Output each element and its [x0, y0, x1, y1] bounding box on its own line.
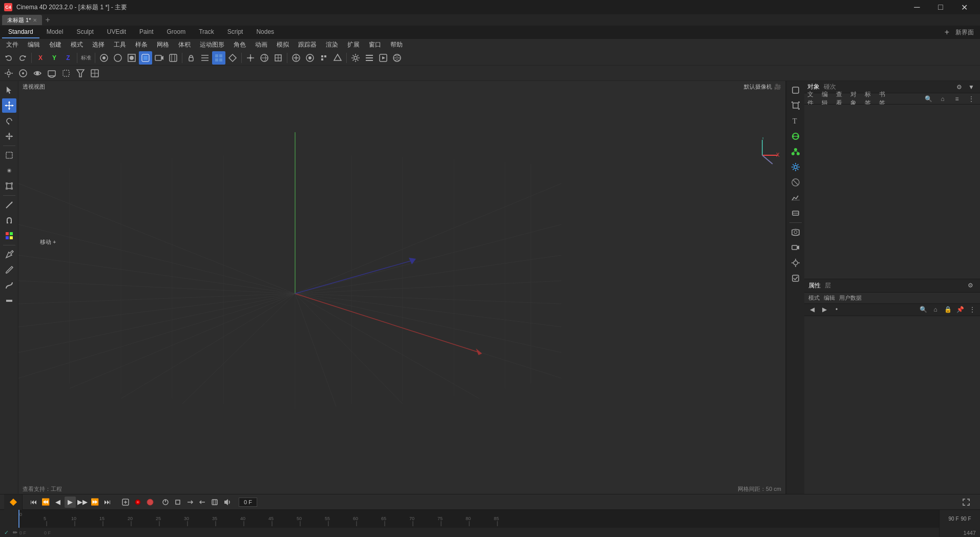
vp-display-btn[interactable]: [45, 67, 58, 80]
select-tool-btn[interactable]: [2, 83, 16, 97]
attr-nav-dot1[interactable]: •: [831, 304, 842, 315]
attr-sub-edit[interactable]: 编辑: [824, 294, 835, 302]
ws-tab-model[interactable]: Model: [40, 26, 70, 38]
extra-tool-btn[interactable]: [2, 294, 16, 308]
workplane-btn[interactable]: [226, 51, 239, 65]
vp-icon1[interactable]: [16, 67, 30, 80]
play-forward-btn[interactable]: ▶▶: [77, 497, 88, 508]
ri-video-icon[interactable]: [788, 240, 803, 255]
menu-tracker[interactable]: 跟踪器: [294, 39, 321, 50]
menu-render[interactable]: 渲染: [322, 39, 342, 50]
motion-btn2[interactable]: [172, 497, 183, 508]
ri-camera-icon[interactable]: [788, 225, 803, 239]
obj-axis-btn[interactable]: [244, 51, 257, 65]
ws-tab-sculpt[interactable]: Sculpt: [70, 26, 99, 38]
auto-key-btn[interactable]: [132, 497, 143, 508]
snap-enable-btn[interactable]: [289, 51, 303, 65]
ri-flip-icon[interactable]: [788, 206, 803, 220]
x-axis-btn[interactable]: X: [34, 51, 47, 65]
attr-home-btn[interactable]: ⌂: [930, 304, 941, 315]
motion-btn5[interactable]: [209, 497, 220, 508]
tab-untitled[interactable]: 未标题 1* ✕: [2, 15, 42, 25]
ws-add-button[interactable]: +: [945, 28, 949, 37]
z-axis-btn[interactable]: Z: [61, 51, 75, 65]
attr-lock-btn[interactable]: 🔒: [942, 304, 953, 315]
next-frame-btn[interactable]: ⏩: [89, 497, 100, 508]
motion-btn1[interactable]: [160, 497, 171, 508]
motion-btn4[interactable]: [197, 497, 208, 508]
menu-select[interactable]: 选择: [88, 39, 109, 50]
menu-simulate[interactable]: 模拟: [273, 39, 293, 50]
attr-tab-layer[interactable]: 层: [825, 281, 831, 290]
attr-dots-btn[interactable]: ⋮: [967, 304, 978, 315]
render-settings-btn[interactable]: [166, 51, 180, 65]
parent-coord-btn[interactable]: [272, 51, 285, 65]
obj-view-btn[interactable]: 查看: [836, 93, 847, 105]
attr-back-btn[interactable]: ◀: [806, 304, 818, 315]
close-button[interactable]: ✕: [952, 0, 976, 14]
play-back-btn[interactable]: ◀: [52, 497, 64, 508]
menu-volume[interactable]: 体积: [174, 39, 195, 50]
record-key-btn[interactable]: [120, 497, 131, 508]
obj-search-btn[interactable]: 🔍: [923, 93, 934, 105]
settings-btn[interactable]: [349, 51, 362, 65]
viewport-btn[interactable]: [139, 51, 152, 65]
align-btn[interactable]: [198, 51, 212, 65]
ws-tab-track[interactable]: Track: [193, 26, 220, 38]
menu-spline[interactable]: 样条: [131, 39, 152, 50]
vp-select-btn[interactable]: [59, 67, 73, 80]
obj-tag-btn[interactable]: 标签: [865, 93, 876, 105]
menu-character[interactable]: 角色: [230, 39, 250, 50]
viewport[interactable]: 透视视图 默认摄像机 🎥: [18, 81, 785, 494]
tl-expand-btn[interactable]: [961, 497, 972, 508]
undo-button[interactable]: [2, 51, 15, 65]
smooth-brush-btn[interactable]: [2, 278, 16, 293]
attr-settings-btn[interactable]: ⚙: [965, 280, 976, 291]
obj-settings-btn[interactable]: ⚙: [953, 81, 965, 93]
quantize-btn[interactable]: [317, 51, 330, 65]
obj-file-btn[interactable]: 文件: [807, 93, 819, 105]
menu-create[interactable]: 创建: [45, 39, 66, 50]
minimize-button[interactable]: ─: [905, 0, 929, 14]
menu-animation[interactable]: 动画: [251, 39, 272, 50]
menu-file[interactable]: 文件: [2, 39, 23, 50]
ws-tab-uvedit[interactable]: UVEdit: [101, 26, 132, 38]
tab-add-button[interactable]: +: [43, 15, 52, 25]
menu-mograph[interactable]: 运动图形: [196, 39, 228, 50]
vp-panel-btn[interactable]: [88, 67, 101, 80]
snap-grid-btn[interactable]: [212, 51, 225, 65]
attr-forward-btn[interactable]: ▶: [819, 304, 830, 315]
sound-btn[interactable]: [221, 497, 233, 508]
attr-sub-mode[interactable]: 模式: [808, 294, 820, 302]
color-picker-btn[interactable]: [2, 229, 16, 243]
obj-add-btn[interactable]: ▼: [966, 81, 977, 93]
ws-tab-paint[interactable]: Paint: [133, 26, 159, 38]
pen-tool-btn[interactable]: [2, 247, 16, 262]
lock-btn[interactable]: [184, 51, 198, 65]
obj-edit-btn[interactable]: 编辑: [822, 93, 833, 105]
attr-tab-properties[interactable]: 属性: [808, 281, 821, 290]
ri-no-icon[interactable]: [788, 175, 803, 190]
obj-object-btn[interactable]: 对象: [850, 93, 862, 105]
ri-cube-icon[interactable]: [788, 98, 803, 113]
ri-green-node-icon[interactable]: [788, 129, 803, 143]
rotate-tool-btn[interactable]: [2, 114, 16, 128]
project-btn[interactable]: [390, 51, 404, 65]
menu-extensions[interactable]: 扩展: [343, 39, 364, 50]
brush-btn[interactable]: [2, 263, 16, 277]
soft-select-btn[interactable]: [2, 163, 16, 178]
ri-graph-icon[interactable]: [788, 191, 803, 205]
render-view-btn[interactable]: [111, 51, 124, 65]
ri-light-icon[interactable]: [788, 256, 803, 270]
attr-sub-userdata[interactable]: 用户数据: [839, 294, 862, 302]
goto-end-btn[interactable]: ⏭: [101, 497, 113, 508]
ri-gear-icon[interactable]: [788, 160, 803, 174]
camera-btn[interactable]: [153, 51, 166, 65]
snap-2d-btn[interactable]: [331, 51, 344, 65]
ws-tab-standard[interactable]: Standard: [2, 26, 39, 38]
menu-help[interactable]: 帮助: [386, 39, 407, 50]
coord-mode-btn[interactable]: 标准: [79, 51, 93, 65]
transform-btn[interactable]: [2, 179, 16, 193]
obj-dots-btn[interactable]: ⋮: [966, 93, 977, 105]
redo-button[interactable]: [16, 51, 29, 65]
